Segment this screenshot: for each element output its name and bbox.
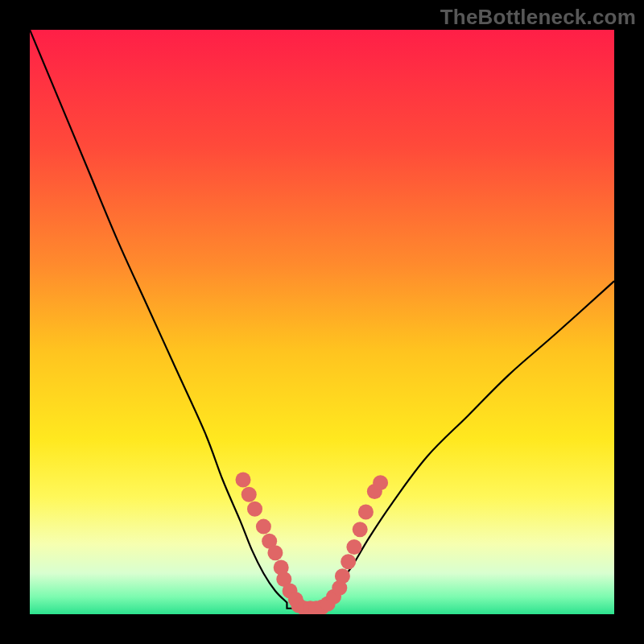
data-point: [341, 554, 356, 569]
data-point: [256, 519, 271, 535]
data-point: [335, 568, 350, 584]
data-point: [267, 545, 283, 560]
data-point: [373, 475, 388, 490]
data-point: [242, 487, 257, 502]
data-point: [346, 539, 361, 555]
data-point: [235, 473, 250, 488]
data-point: [353, 522, 368, 537]
chart-stage: { "watermark": "TheBottleneck.com", "col…: [0, 0, 644, 644]
plot-background: [30, 30, 614, 614]
data-point: [247, 502, 262, 517]
watermark-label: TheBottleneck.com: [440, 5, 636, 30]
data-point: [358, 504, 374, 519]
bottleneck-chart: [0, 0, 644, 644]
